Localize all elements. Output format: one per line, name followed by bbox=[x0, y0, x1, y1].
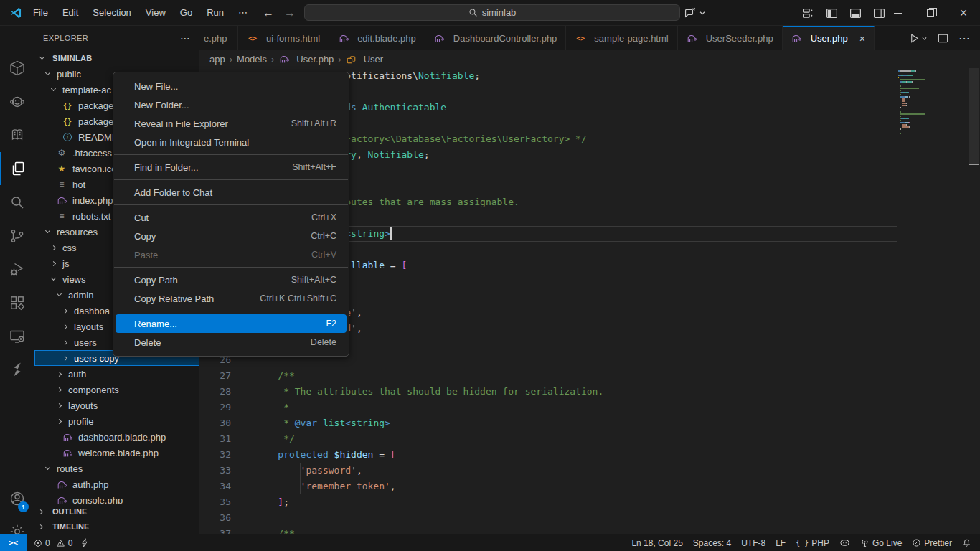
problems-indicator[interactable]: 0 0 bbox=[34, 538, 72, 548]
line-number: 32 bbox=[199, 447, 255, 463]
workspace-root-folder[interactable]: SIMINLAB bbox=[34, 50, 199, 66]
tree-file-welcome-blade-php[interactable]: welcome.blade.php bbox=[34, 445, 199, 461]
tab-close-icon[interactable]: × bbox=[859, 33, 865, 44]
outline-section[interactable]: OUTLINE bbox=[34, 504, 199, 519]
tab-sample-page-html[interactable]: <>sample-page.html bbox=[566, 26, 677, 50]
indentation-setting[interactable]: Spaces: 4 bbox=[693, 538, 731, 548]
context-menu-item-add-folder-to-chat[interactable]: Add Folder to Chat bbox=[116, 183, 347, 202]
code-line-37[interactable]: 37 /** bbox=[199, 526, 980, 534]
tree-folder-layouts[interactable]: layouts bbox=[34, 397, 199, 413]
context-menu-item-cut[interactable]: CutCtrl+X bbox=[116, 208, 347, 227]
code-line-29[interactable]: 29 * bbox=[199, 400, 980, 415]
editor-scrollbar[interactable] bbox=[969, 68, 979, 164]
code-line-33[interactable]: 33 'password', bbox=[199, 463, 980, 479]
toggle-panel-icon[interactable] bbox=[849, 7, 862, 19]
encoding-setting[interactable]: UTF-8 bbox=[741, 538, 765, 548]
close-button[interactable]: × bbox=[947, 0, 980, 26]
cursor-position[interactable]: Ln 18, Col 25 bbox=[631, 538, 682, 548]
breadcrumb-item-user-php[interactable]: User.php bbox=[278, 54, 334, 65]
minimize-button[interactable] bbox=[881, 0, 914, 26]
breadcrumb-item-user[interactable]: User bbox=[346, 54, 383, 65]
activity-docs-book-icon[interactable] bbox=[0, 118, 34, 151]
context-menu-item-find-in-folder[interactable]: Find in Folder...Shift+Alt+F bbox=[116, 158, 347, 176]
eol-setting[interactable]: LF bbox=[776, 538, 786, 548]
activity-explorer-icon[interactable] bbox=[0, 152, 34, 185]
context-menu-item-delete[interactable]: DeleteDelete bbox=[116, 333, 347, 352]
context-menu-item-copy[interactable]: CopyCtrl+C bbox=[116, 227, 347, 245]
code-line-31[interactable]: 31 */ bbox=[199, 431, 980, 447]
tree-file-auth-php[interactable]: auth.php bbox=[34, 476, 199, 492]
activity-search-icon[interactable] bbox=[0, 186, 34, 219]
activity-live-preview-icon[interactable] bbox=[0, 320, 34, 353]
activity-container-icon[interactable] bbox=[0, 52, 34, 85]
tree-file-dashboard-blade-php[interactable]: dashboard.blade.php bbox=[34, 429, 199, 445]
text-file-icon: ≡ bbox=[56, 179, 67, 189]
activity-s-tool-icon[interactable] bbox=[0, 353, 34, 386]
context-menu-item-copy-path[interactable]: Copy PathShift+Alt+C bbox=[116, 270, 347, 289]
tree-folder-routes[interactable]: routes bbox=[34, 461, 199, 476]
menu-file[interactable]: File bbox=[26, 0, 55, 26]
tab-user-php[interactable]: User.php× bbox=[783, 26, 875, 50]
thunder-client-icon[interactable] bbox=[81, 538, 88, 547]
context-menu-item-reveal-in-file-explorer[interactable]: Reveal in File ExplorerShift+Alt+R bbox=[116, 114, 347, 133]
code-line-32[interactable]: 32 protected $hidden = [ bbox=[199, 447, 980, 463]
menu-separator bbox=[114, 179, 348, 180]
tab-edit-blade-php[interactable]: edit.blade.php bbox=[329, 26, 425, 50]
tab-e-php[interactable]: e.php bbox=[199, 26, 238, 50]
remote-indicator[interactable]: >< bbox=[0, 534, 27, 551]
context-menu-item-new-folder[interactable]: New Folder... bbox=[116, 95, 347, 114]
tree-file-console-php[interactable]: console.php bbox=[34, 492, 199, 504]
status-bar: >< 0 0 Ln 18, Col 25 Spaces: 4 UTF-8 LF … bbox=[0, 534, 980, 551]
code-line-28[interactable]: 28 * The attributes that should be hidde… bbox=[199, 384, 980, 400]
activity-run-debug-icon[interactable] bbox=[0, 253, 34, 286]
chevron-right-icon bbox=[62, 339, 67, 344]
activity-source-control-icon[interactable] bbox=[0, 220, 34, 253]
breadcrumb[interactable]: app›Models›User.php›User bbox=[199, 50, 980, 68]
restore-button[interactable] bbox=[914, 0, 947, 26]
notifications-bell-icon[interactable] bbox=[962, 538, 971, 547]
context-menu-item-paste[interactable]: PasteCtrl+V bbox=[116, 245, 347, 264]
menu-edit[interactable]: Edit bbox=[55, 0, 85, 26]
tab-dashboardcontroller-php[interactable]: DashboardController.php bbox=[425, 26, 567, 50]
context-menu-item-open-in-integrated-terminal[interactable]: Open in Integrated Terminal bbox=[116, 133, 347, 151]
run-code-button[interactable] bbox=[909, 33, 928, 44]
minimap[interactable] bbox=[897, 68, 961, 534]
toggle-sidebar-icon[interactable] bbox=[826, 7, 838, 19]
code-line-30[interactable]: 30 * @var list<string> bbox=[199, 415, 980, 431]
more-actions-icon[interactable]: ⋯ bbox=[958, 32, 970, 45]
menu-view[interactable]: View bbox=[138, 0, 173, 26]
tab-userseeder-php[interactable]: UserSeeder.php bbox=[678, 26, 783, 50]
copilot-status-icon[interactable] bbox=[839, 538, 850, 547]
account-icon[interactable]: 1 bbox=[0, 482, 34, 515]
menu-[interactable]: ⋯ bbox=[231, 0, 255, 26]
prettier-button[interactable]: Prettier bbox=[912, 538, 952, 548]
forward-arrow-icon[interactable]: → bbox=[284, 6, 296, 19]
breadcrumb-item-models[interactable]: Models bbox=[237, 54, 267, 65]
tree-folder-profile[interactable]: profile bbox=[34, 413, 199, 429]
activity-extensions-icon[interactable] bbox=[0, 286, 34, 319]
language-mode[interactable]: { } PHP bbox=[796, 538, 829, 548]
customize-layout-icon[interactable] bbox=[802, 7, 814, 19]
code-line-36[interactable]: 36 bbox=[199, 510, 980, 526]
tree-folder-components[interactable]: components bbox=[34, 382, 199, 397]
breadcrumb-item-app[interactable]: app bbox=[209, 54, 225, 65]
code-line-27[interactable]: 27 /** bbox=[199, 368, 980, 384]
menu-go[interactable]: Go bbox=[173, 0, 199, 26]
context-menu-item-copy-relative-path[interactable]: Copy Relative PathCtrl+K Ctrl+Shift+C bbox=[116, 289, 347, 308]
context-menu-item-rename[interactable]: Rename...F2 bbox=[116, 314, 347, 333]
activity-ai-assistant-icon[interactable] bbox=[0, 85, 34, 118]
menu-run[interactable]: Run bbox=[199, 0, 231, 26]
context-menu-item-new-file[interactable]: New File... bbox=[116, 77, 347, 95]
timeline-section[interactable]: TIMELINE bbox=[34, 519, 199, 534]
go-live-button[interactable]: Go Live bbox=[860, 538, 902, 548]
code-line-34[interactable]: 34 'remember_token', bbox=[199, 479, 980, 494]
back-arrow-icon[interactable]: ← bbox=[263, 6, 274, 19]
menu-selection[interactable]: Selection bbox=[85, 0, 138, 26]
tab-ui-forms-html[interactable]: <>ui-forms.html bbox=[238, 26, 329, 50]
split-editor-icon[interactable] bbox=[938, 33, 948, 44]
code-line-35[interactable]: 35 ]; bbox=[199, 494, 980, 510]
copilot-chat-icon[interactable] bbox=[683, 6, 706, 20]
explorer-more-actions-icon[interactable]: ⋯ bbox=[180, 32, 191, 44]
tree-folder-auth[interactable]: auth bbox=[34, 366, 199, 382]
command-center-search[interactable]: siminlab bbox=[304, 4, 680, 21]
